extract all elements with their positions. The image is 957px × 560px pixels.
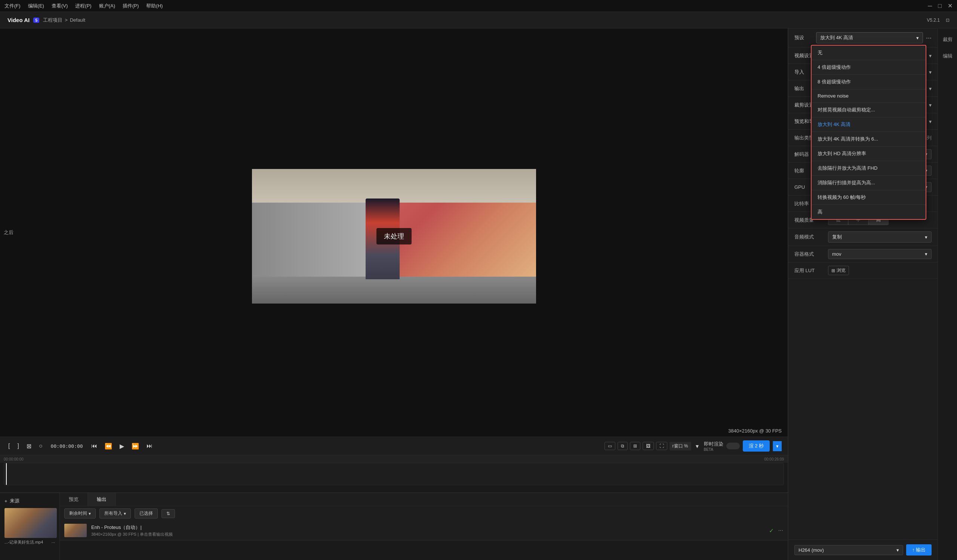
- container-format-row: 容器格式 mov ▾: [788, 246, 938, 262]
- preset-item-high[interactable]: 高: [812, 205, 925, 219]
- crop-settings-toggle[interactable]: ▾: [929, 102, 932, 108]
- play-button[interactable]: ▶: [117, 441, 126, 451]
- header-icon[interactable]: ⊡: [946, 17, 949, 23]
- menu-account[interactable]: 账户(A): [99, 3, 115, 9]
- skip-end-button[interactable]: ⏭: [144, 441, 155, 451]
- trim-button[interactable]: ⊠: [24, 441, 34, 451]
- preset-item-8x-slow[interactable]: 8 倍超级慢动作: [812, 75, 925, 89]
- maximize-button[interactable]: □: [938, 3, 942, 9]
- menu-bar: 文件(F) 编辑(E) 查看(V) 进程(P) 账户(A) 插件(P) 帮助(H…: [5, 3, 163, 9]
- video-settings-toggle[interactable]: ▾: [929, 53, 932, 59]
- apply-lut-browse-button[interactable]: ⊞ 浏览: [828, 266, 849, 275]
- container-format-chevron: ▾: [925, 251, 927, 257]
- source-label: 来源: [10, 498, 19, 504]
- audio-mode-label: 音频模式: [794, 233, 828, 240]
- source-add-button[interactable]: + 来源: [5, 498, 55, 504]
- view-grid-button[interactable]: ⊞: [630, 442, 640, 450]
- menu-file[interactable]: 文件(F): [5, 3, 21, 9]
- output-info: Enh - Proteus（自动）| 3840×2160px @ 30 FPS …: [91, 524, 764, 537]
- vf-wall-left: [252, 203, 366, 277]
- container-format-label: 容器格式: [794, 251, 828, 257]
- menu-process[interactable]: 进程(P): [75, 3, 91, 9]
- render-dropdown-button[interactable]: ▾: [773, 441, 782, 451]
- browse-label: 浏览: [837, 267, 846, 274]
- view-fullscreen-button[interactable]: ⛶: [656, 442, 667, 450]
- minimize-button[interactable]: ─: [928, 3, 932, 9]
- menu-plugin[interactable]: 插件(P): [123, 3, 139, 9]
- preset-more-button[interactable]: ···: [926, 34, 932, 42]
- live-render-text: 即时渲染 BETA: [704, 441, 723, 451]
- controls-bar: [ ] ⊠ ○ 00:00:00:00 ⏮ ⏪ ▶ ⏩ ⏭ ▭ ⧉ ⊞ 🖼 ⛶ …: [0, 437, 788, 455]
- preset-item-remove-noise[interactable]: Remove noise: [812, 89, 925, 103]
- timeline-playhead[interactable]: [6, 463, 7, 485]
- step-forward-button[interactable]: ⏩: [129, 441, 141, 451]
- tab-output[interactable]: 输出: [88, 493, 116, 506]
- all-imported-filter[interactable]: 所有导入 ▾: [99, 508, 131, 519]
- container-format-dropdown[interactable]: mov ▾: [828, 249, 932, 259]
- breadcrumb-project[interactable]: 工程项目: [43, 17, 62, 24]
- import-toggle[interactable]: ▾: [929, 69, 932, 75]
- output-meta: 3840×2160px @ 30 FPS | 单击查看输出视频: [91, 532, 764, 537]
- tab-preview[interactable]: 预览: [60, 493, 88, 506]
- mark-out-button[interactable]: ]: [15, 441, 21, 451]
- browse-icon: ⊞: [831, 268, 835, 273]
- audio-mode-dropdown[interactable]: 复制 ▾: [828, 231, 932, 243]
- output-toggle[interactable]: ▾: [929, 85, 932, 91]
- preset-item-upscale-4k[interactable]: 放大到 4K 高清: [812, 117, 925, 132]
- preset-item-none[interactable]: 无: [812, 46, 925, 60]
- edit-action-button[interactable]: 编辑: [940, 49, 955, 63]
- vf-floor: [252, 277, 536, 304]
- live-render-toggle[interactable]: [726, 443, 740, 450]
- preset-item-upscale-4k-60[interactable]: 放大到 4K 高清并转换为 6...: [812, 132, 925, 147]
- right-action-panel: 裁剪 编辑: [938, 28, 957, 560]
- source-panel: + 来源 ...-记录美好生活.mp4 ··· 预览 输出: [0, 493, 788, 560]
- source-filename-text: ...-记录美好生活.mp4: [5, 539, 43, 545]
- breadcrumb: 工程项目 > Default: [43, 17, 85, 24]
- timeline-end: 00:00:26:09: [764, 457, 784, 461]
- loop-button[interactable]: ○: [36, 441, 45, 451]
- output-more-button[interactable]: ···: [778, 527, 783, 534]
- menu-view[interactable]: 查看(V): [52, 3, 68, 9]
- app-header: Video AI 5 工程项目 > Default V5.2.1 ⊡: [0, 12, 957, 28]
- source-more-icon[interactable]: ···: [52, 540, 55, 545]
- step-back-button[interactable]: ⏪: [103, 441, 114, 451]
- timeline-track[interactable]: [4, 463, 784, 485]
- source-thumbnail[interactable]: [5, 508, 57, 538]
- close-button[interactable]: ✕: [948, 2, 952, 9]
- render-button[interactable]: 渲 2 秒: [743, 440, 770, 451]
- source-filename-row: ...-记录美好生活.mp4 ···: [5, 539, 55, 545]
- export-row: H264 (mov) ▾ ↑ 输出: [788, 539, 938, 560]
- export-format-value: H264 (mov): [799, 547, 824, 553]
- skip-start-button[interactable]: ⏮: [89, 441, 99, 451]
- apply-lut-label: 应用 LUT: [794, 267, 828, 274]
- preview-export-toggle[interactable]: ▾: [929, 118, 932, 125]
- source-sidebar: + 来源 ...-记录美好生活.mp4 ···: [0, 493, 60, 560]
- view-compare-button[interactable]: ⧉: [617, 442, 628, 450]
- view-image-button[interactable]: 🖼: [643, 442, 654, 450]
- preset-item-deinterlace-fhd[interactable]: 去除隔行并放大为高清 FHD: [812, 161, 925, 176]
- zoom-dropdown-button[interactable]: ▾: [693, 441, 701, 451]
- center-area: 之后 未处理 3840×2160px @ 30 FPS [ ]: [0, 28, 788, 560]
- preset-label: 预设: [794, 35, 813, 41]
- menu-help[interactable]: 帮助(H): [146, 3, 163, 9]
- breadcrumb-current: Default: [70, 17, 85, 23]
- video-container: 未处理: [252, 169, 536, 304]
- menu-edit[interactable]: 编辑(E): [28, 3, 44, 9]
- preset-dropdown-button[interactable]: 放大到 4K 高清 ▾: [816, 32, 923, 43]
- export-format-dropdown[interactable]: H264 (mov) ▾: [794, 545, 903, 555]
- source-thumbnail-image: [5, 508, 57, 538]
- preset-item-deinterlace-enhance[interactable]: 消除隔行扫描并提高为高...: [812, 176, 925, 190]
- crop-action-button[interactable]: 裁剪: [940, 32, 955, 47]
- plus-icon: +: [5, 498, 8, 504]
- preset-item-4x-slow[interactable]: 4 倍超级慢动作: [812, 60, 925, 75]
- export-button[interactable]: ↑ 输出: [906, 544, 932, 555]
- view-crop-button[interactable]: ▭: [605, 442, 615, 450]
- selected-filter[interactable]: 已选择: [134, 508, 158, 519]
- preset-item-upscale-hd[interactable]: 放大到 HD 高清分辨率: [812, 147, 925, 161]
- remaining-time-filter[interactable]: 剩余时间 ▾: [64, 508, 96, 519]
- sort-button[interactable]: ⇅: [161, 509, 175, 518]
- mark-in-button[interactable]: [: [6, 441, 12, 451]
- settings-panel: 预设 放大到 4K 高清 ▾ ··· 无 4 倍超级慢动作 8 倍超级慢动作 R…: [788, 28, 938, 560]
- preset-item-stabilize[interactable]: 对摇晃视频自动裁剪稳定...: [812, 103, 925, 117]
- preset-item-convert-60fps[interactable]: 转换视频为 60 帧/每秒: [812, 190, 925, 205]
